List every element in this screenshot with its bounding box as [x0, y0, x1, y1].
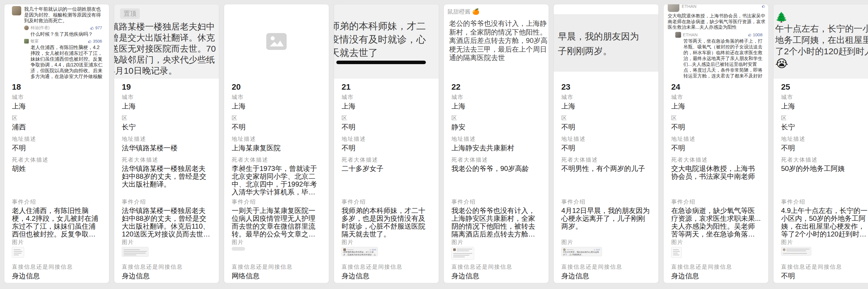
record-card-24[interactable]: ETHAN 交大电院退休教授，上海书协会员，书法家吴中南老师在急诊病逝，缺少氧气… [663, 4, 769, 283]
poster-avatar [668, 4, 679, 12]
thumb-avatar [453, 248, 456, 251]
field-district: 区长宁 [781, 115, 868, 132]
field-label: 区 [232, 115, 321, 121]
field-value: 法华镇路某楼一楼独居老夫妇中88岁的丈夫，曾经是交大出版社翻译。休克后110、1… [122, 207, 211, 238]
field-value: 4月12日早晨，我的朋友因为心梗永远离开了，儿子刚刚两岁。 [561, 207, 651, 230]
field-value: 身边信息 [561, 272, 651, 280]
thumbs-up-icon [88, 39, 92, 43]
field-label: 区 [452, 115, 541, 121]
field-value: 不明男性，有个两岁的儿子 [561, 165, 651, 172]
thumb-text: 还有我师弟的本科师妹，才二十多岁，也是因为疫情没有及时就诊，心脏不舒服送医院隔天… [343, 251, 376, 256]
field-label: 地址描述 [781, 136, 868, 142]
field-district: 区不明 [232, 115, 321, 132]
post-text-line: 新村，全家阴的情况下他阳性。 [449, 28, 549, 37]
card-cover-screenshot: 🌲 午十点左右，长宁的一小 地务工阿姨，在出租屋里 了2个小时的120赶到时人 … [774, 4, 868, 79]
field-value: 上海 [122, 102, 211, 111]
field-label: 死者大体描述 [781, 156, 868, 164]
field-value: 我老公的爷爷，90岁高龄 [452, 165, 541, 172]
field-value: 静安 [452, 123, 541, 132]
field-address: 地址描述不明 [561, 136, 651, 152]
field-event: 事件介绍我师弟的本科师妹，才二十多岁，也是因为疫情没有及时就诊，心脏不舒服送医院… [342, 198, 431, 238]
record-card-22[interactable]: 鼠甜橙酱 🍊 老公的爷爷也没有计入，上海静 新村，全家阴的情况下他阳性。 离酒店… [443, 4, 549, 283]
like-count: 3506 [88, 39, 102, 43]
card-cover-screenshot: 早晨，我的朋友因为 子刚刚两岁。 [554, 4, 658, 79]
field-label: 事件介绍 [122, 198, 211, 206]
thumbs-up-icon [90, 26, 94, 30]
field-label: 直接信息还是间接信息 [122, 263, 211, 270]
field-direct: 直接信息还是间接信息身边信息 [561, 263, 651, 280]
field-value: 网络信息 [232, 272, 321, 280]
field-district: 区静安 [452, 115, 541, 132]
comment-text: 苦等两天，坐在急诊角落的椅子上，打吊瓶、吸氧气（被封控的子女设法送去的，杯水车薪… [683, 38, 765, 79]
post-text-line: 子刚刚两岁。 [558, 44, 658, 58]
field-image: 图片 [671, 239, 761, 261]
field-value: 法华镇路某楼一楼 [122, 144, 211, 152]
field-district: 区不明 [671, 115, 761, 132]
card-cover-screenshot: ETHAN 交大电院退休教授，上海书协会员，书法家吴中南老师在急诊病逝，缺少氧气… [664, 4, 768, 79]
field-value: 身边信息 [671, 272, 761, 280]
field-label: 死者大体描述 [452, 156, 541, 164]
image-thumbnail[interactable] [232, 247, 245, 251]
field-value: 4.9上午十点左右，长宁的一小区内，50岁的外地务工阿姨，在出租屋里心梗发作，等… [781, 207, 868, 238]
field-label: 死者大体描述 [561, 156, 651, 164]
post-text: 交大电院退休教授，上海书协会员，书法家吴中南老师在急诊病逝，缺少氧气等医疗资源，… [668, 13, 765, 30]
comment-text: 老人住浦西，有陈旧性脑梗，4.2摔跤，女儿被封在浦东过不了江，妹妹们虽住浦西但也… [31, 44, 104, 79]
field-value: 上海 [232, 102, 321, 111]
image-thumbnail[interactable] [671, 247, 682, 258]
image-thumbnail[interactable]: 🖒 3349 还有我师弟的本科师妹，才二十多岁，也是因为疫情没有及时就诊，心脏不… [342, 247, 378, 256]
thumb-like-count: 🖒 3349 [369, 249, 376, 251]
image-thumbnail[interactable] [781, 247, 811, 256]
record-number: 22 [452, 82, 541, 92]
field-direct: 直接信息还是间接信息不明 [781, 263, 868, 280]
field-image: 图片 [452, 239, 541, 261]
field-district: 区不明 [561, 115, 651, 132]
like-count: 1008 [748, 32, 763, 37]
image-thumbnail[interactable] [452, 247, 474, 260]
record-card-18[interactable]: 我几十年前就认识的一位胡姓朋友也是因为封控、核酸检测等原因没有得到及时救治而死亡… [4, 4, 109, 283]
post-text-line: 地务工阿姨，在出租屋里 [775, 34, 868, 45]
field-value: 上海 [342, 102, 431, 111]
field-event: 事件介绍4.9上午十点左右，长宁的一小区内，50岁的外地务工阿姨，在出租屋里心梗… [781, 198, 868, 238]
image-thumbnail[interactable]: 🖒 2147 4月12日早晨，我的朋友因为心梗永远离开了，儿子刚刚两岁。 [561, 247, 602, 256]
field-value: 上海 [781, 102, 868, 111]
record-card-21[interactable]: 师弟的本科师妹，才二 疫情没有及时就诊，心 天就去世了 21 城市上海 区不明 … [334, 4, 439, 283]
post-text-line: 曾是交大出版社翻译。休克 [114, 32, 219, 43]
field-value: 上海 [671, 102, 761, 111]
card-cover-screenshot: 置顶 镇路某楼一楼独居老夫妇中 曾是交大出版社翻译。休克 送医无对接医院而去世。… [114, 4, 219, 79]
image-thumbnail[interactable] [12, 247, 24, 258]
field-value: 胡姓 [12, 165, 101, 172]
image-placeholder-icon [266, 33, 287, 50]
field-city: 城市上海 [12, 94, 101, 111]
post-text-line: 离酒店后差点转去方舱，90岁高 [449, 36, 549, 45]
comment-text: 什么时候？生了其他疾病吗？ [31, 31, 104, 37]
card-cover-screenshot: 鼠甜橙酱 🍊 老公的爷爷也没有计入，上海静 新村，全家阴的情况下他阳性。 离酒店… [444, 4, 549, 79]
record-card-20[interactable]: 20 城市上海 区不明 地址描述上海某康复医院 死者大体描述李昶生于1973年，… [224, 4, 329, 283]
field-address: 地址描述不明 [671, 136, 761, 152]
field-value: 50岁的外地务工阿姨 [781, 165, 868, 172]
field-image: 图片 [232, 239, 321, 261]
field-address: 地址描述不明 [342, 136, 431, 152]
record-card-25[interactable]: 🌲 午十点左右，长宁的一小 地务工阿姨，在出租屋里 了2个小时的120赶到时人 … [773, 4, 868, 283]
field-event: 事件介绍我老公的爷爷也没有计入，上海静安区共康新村，全家阴的情况下他阳性，被转去… [452, 198, 541, 238]
field-address: 地址描述不明 [781, 136, 868, 152]
field-value: 身边信息 [12, 272, 101, 280]
image-thumbnail[interactable] [122, 247, 149, 257]
thumb-avatar [343, 248, 346, 251]
record-card-19[interactable]: 置顶 镇路某楼一楼独居老夫妇中 曾是交大出版社翻译。休克 送医无对接医院而去世。… [114, 4, 219, 283]
commenter-name: 敏宴 [31, 39, 39, 44]
field-label: 图片 [781, 239, 868, 246]
field-label: 直接信息还是间接信息 [671, 263, 761, 270]
field-deceased: 死者大体描述我老公的爷爷，90岁高龄 [452, 156, 541, 196]
post-text-line: 送医无对接医院而去世。70 [114, 43, 219, 54]
field-event: 事件介绍老人住浦西，有陈旧性脑梗，4.2摔跤，女儿被封在浦东过不了江，妹妹们虽住… [12, 198, 101, 238]
field-city: 城市上海 [781, 94, 868, 111]
record-card-23[interactable]: 早晨，我的朋友因为 子刚刚两岁。 23 城市上海 区不明 地址描述不明 死者大体… [554, 4, 659, 283]
post-text-line: 4月10日晚记录。 [114, 65, 219, 76]
field-direct: 直接信息还是间接信息身边信息 [12, 263, 101, 280]
field-label: 图片 [561, 239, 651, 246]
field-city: 城市上海 [452, 94, 541, 111]
field-direct: 直接信息还是间接信息身边信息 [671, 263, 761, 280]
field-label: 事件介绍 [781, 198, 868, 206]
thumb-avatar [563, 248, 566, 251]
like-count [762, 4, 765, 8]
